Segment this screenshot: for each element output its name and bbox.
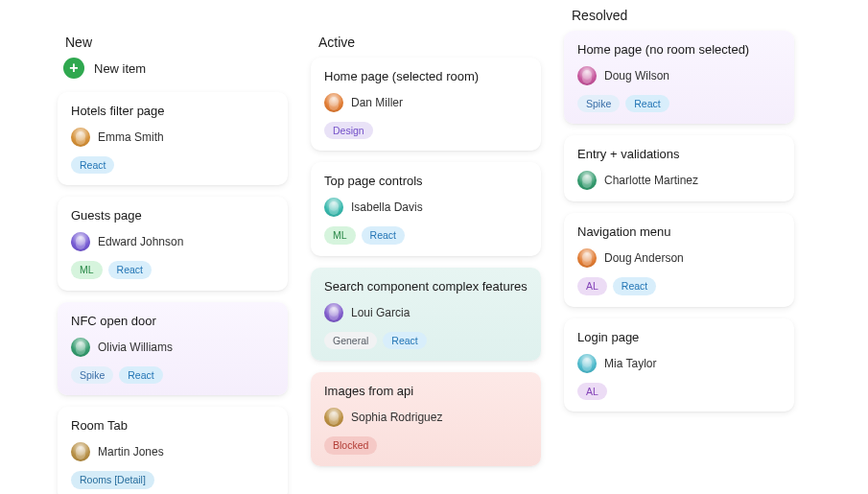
tag-list: AL xyxy=(577,383,781,401)
card-title: Hotels filter page xyxy=(71,104,274,120)
card-guests-page[interactable]: Guests page Edward Johnson ML React xyxy=(58,197,288,290)
column-title-new: New xyxy=(65,35,288,50)
tag-list: ML React xyxy=(324,226,528,245)
tag-ml[interactable]: ML xyxy=(71,261,103,279)
card-entry-validations[interactable]: Entry + validations Charlotte Martinez xyxy=(564,135,794,201)
column-new: New + New item Hotels filter page Emma S… xyxy=(58,12,288,494)
tag-list: Spike React xyxy=(577,95,781,113)
card-navigation-menu[interactable]: Navigation menu Doug Anderson AL React xyxy=(564,213,794,306)
card-top-page-controls[interactable]: Top page controls Isabella Davis ML Reac… xyxy=(311,162,541,255)
assignee-name: Isabella Davis xyxy=(351,200,423,214)
kanban-board: New + New item Hotels filter page Emma S… xyxy=(0,0,868,494)
card-title: NFC open door xyxy=(71,314,274,330)
card-title: Images from api xyxy=(324,384,528,400)
tag-list: AL React xyxy=(577,277,781,295)
assignee-name: Edward Johnson xyxy=(98,235,183,248)
assignee-row: Loui Garcia xyxy=(324,303,528,322)
card-title: Top page controls xyxy=(324,174,528,190)
assignee-row: Martin Jones xyxy=(71,442,274,461)
tag-react[interactable]: React xyxy=(108,261,152,279)
tag-ml[interactable]: ML xyxy=(324,226,356,245)
avatar-icon xyxy=(324,93,343,112)
card-title: Home page (selected room) xyxy=(324,69,528,85)
card-title: Home page (no room selected) xyxy=(577,42,781,59)
tag-spike[interactable]: Spike xyxy=(71,366,113,385)
avatar-icon xyxy=(577,248,597,268)
tag-react[interactable]: React xyxy=(362,226,405,245)
tag-list: Blocked xyxy=(324,436,528,455)
assignee-name: Martin Jones xyxy=(98,445,164,459)
card-title: Search component complex features xyxy=(324,279,528,295)
assignee-row: Dan Miller xyxy=(324,93,528,112)
tag-react[interactable]: React xyxy=(71,156,114,175)
card-images-from-api[interactable]: Images from api Sophia Rodriguez Blocked xyxy=(311,372,541,465)
column-active: Active Home page (selected room) Dan Mil… xyxy=(311,12,541,478)
card-home-page-selected[interactable]: Home page (selected room) Dan Miller Des… xyxy=(311,58,541,151)
tag-blocked[interactable]: Blocked xyxy=(324,436,377,455)
assignee-name: Doug Wilson xyxy=(604,69,669,82)
new-item-label: New item xyxy=(94,61,146,76)
tag-list: React xyxy=(71,156,274,175)
assignee-row: Sophia Rodriguez xyxy=(324,408,528,427)
tag-rooms-detail[interactable]: Rooms [Detail] xyxy=(71,471,154,489)
tag-react[interactable]: React xyxy=(119,366,162,385)
assignee-name: Emma Smith xyxy=(98,130,164,144)
tag-al[interactable]: AL xyxy=(577,383,607,401)
tag-list: ML React xyxy=(71,261,274,279)
column-title-resolved: Resolved xyxy=(572,8,794,23)
assignee-row: Doug Anderson xyxy=(577,248,781,268)
assignee-name: Mia Taylor xyxy=(604,357,656,370)
card-home-page-no-room[interactable]: Home page (no room selected) Doug Wilson… xyxy=(564,31,794,124)
avatar-icon xyxy=(324,303,343,322)
tag-al[interactable]: AL xyxy=(577,277,607,295)
tag-spike[interactable]: Spike xyxy=(577,95,620,113)
assignee-row: Doug Wilson xyxy=(577,66,781,85)
tag-general[interactable]: General xyxy=(324,332,377,350)
avatar-icon xyxy=(71,442,90,461)
assignee-name: Loui Garcia xyxy=(351,306,410,319)
column-title-active: Active xyxy=(318,35,541,50)
assignee-name: Charlotte Martinez xyxy=(604,174,698,187)
card-login-page[interactable]: Login page Mia Taylor AL xyxy=(564,318,794,412)
avatar-icon xyxy=(71,128,90,147)
tag-design[interactable]: Design xyxy=(324,122,373,140)
card-title: Entry + validations xyxy=(577,147,781,163)
card-title: Login page xyxy=(577,330,781,346)
plus-icon: + xyxy=(63,58,84,79)
card-search-component[interactable]: Search component complex features Loui G… xyxy=(311,268,541,361)
tag-react[interactable]: React xyxy=(613,277,656,295)
assignee-row: Olivia Williams xyxy=(71,338,274,357)
column-resolved: Resolved Home page (no room selected) Do… xyxy=(564,0,794,423)
tag-list: Design xyxy=(324,122,528,140)
assignee-row: Emma Smith xyxy=(71,128,274,147)
avatar-icon xyxy=(577,171,597,190)
card-hotels-filter-page[interactable]: Hotels filter page Emma Smith React xyxy=(58,92,288,185)
avatar-icon xyxy=(324,198,343,217)
card-title: Guests page xyxy=(71,208,274,224)
tag-list: General React xyxy=(324,332,528,350)
assignee-name: Dan Miller xyxy=(351,96,403,109)
avatar-icon xyxy=(71,338,90,357)
assignee-row: Edward Johnson xyxy=(71,232,274,251)
avatar-icon xyxy=(324,408,343,427)
assignee-name: Sophia Rodriguez xyxy=(351,411,442,424)
card-nfc-open-door[interactable]: NFC open door Olivia Williams Spike Reac… xyxy=(58,302,288,395)
new-item-button[interactable]: + New item xyxy=(63,58,288,79)
card-title: Navigation menu xyxy=(577,224,781,241)
avatar-icon xyxy=(71,232,90,251)
avatar-icon xyxy=(577,354,597,373)
card-room-tab[interactable]: Room Tab Martin Jones Rooms [Detail] xyxy=(58,407,288,494)
tag-react[interactable]: React xyxy=(383,332,426,350)
assignee-name: Olivia Williams xyxy=(98,341,173,354)
assignee-row: Mia Taylor xyxy=(577,354,781,373)
assignee-row: Charlotte Martinez xyxy=(577,171,781,190)
assignee-row: Isabella Davis xyxy=(324,198,528,217)
assignee-name: Doug Anderson xyxy=(604,251,684,265)
card-title: Room Tab xyxy=(71,418,274,435)
tag-react[interactable]: React xyxy=(625,95,669,113)
tag-list: Rooms [Detail] xyxy=(71,471,274,489)
avatar-icon xyxy=(577,66,597,85)
tag-list: Spike React xyxy=(71,366,274,385)
